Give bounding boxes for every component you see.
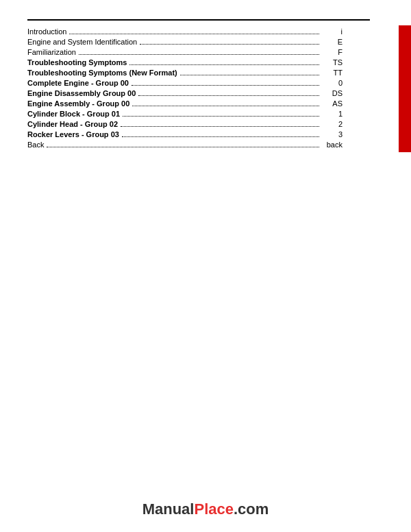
toc-section-number: back bbox=[322, 141, 342, 149]
toc-dots bbox=[121, 126, 319, 127]
toc-item: FamiliarizationF bbox=[27, 48, 411, 57]
toc-dots bbox=[180, 75, 319, 75]
page-container: IntroductioniEngine and System Identific… bbox=[0, 0, 411, 532]
red-tab bbox=[399, 138, 411, 152]
toc-section-number: i bbox=[322, 27, 342, 36]
toc-item-title: Back bbox=[27, 141, 44, 149]
toc-section-number: 1 bbox=[322, 110, 342, 118]
toc-item: Cylinder Head - Group 022 bbox=[27, 120, 411, 129]
toc-dots bbox=[122, 136, 319, 137]
toc-dots bbox=[129, 64, 319, 65]
toc-list: IntroductioniEngine and System Identific… bbox=[0, 25, 411, 149]
toc-item-title: Familiarization bbox=[27, 48, 76, 56]
toc-item: Troubleshooting Symptoms (New Format)TT bbox=[27, 69, 411, 77]
toc-item-title: Complete Engine - Group 00 bbox=[27, 79, 129, 87]
toc-section-number: 3 bbox=[322, 130, 342, 138]
toc-item-title: Engine Assembly - Group 00 bbox=[27, 99, 129, 108]
toc-section-number: DS bbox=[322, 89, 342, 97]
toc-item-title: Cylinder Block - Group 01 bbox=[27, 110, 120, 118]
toc-section-number: F bbox=[322, 48, 342, 56]
toc-item-title: Engine Disassembly Group 00 bbox=[27, 89, 136, 97]
toc-item: Rocker Levers - Group 033 bbox=[27, 130, 411, 139]
toc-item: Troubleshooting SymptomsTS bbox=[27, 58, 411, 67]
toc-item: Engine and System IdentificationE bbox=[27, 38, 411, 47]
toc-item-title: Troubleshooting Symptoms (New Format) bbox=[27, 69, 177, 77]
watermark-text: ManualPlace.com bbox=[142, 500, 269, 518]
toc-section-number: AS bbox=[322, 99, 342, 108]
toc-section-number: TT bbox=[322, 69, 342, 77]
toc-section-number: E bbox=[322, 38, 342, 46]
toc-dots bbox=[132, 85, 319, 86]
toc-section-number: TS bbox=[322, 58, 342, 66]
toc-item-title: Cylinder Head - Group 02 bbox=[27, 120, 118, 128]
toc-dots bbox=[123, 116, 319, 117]
toc-item-title: Introduction bbox=[27, 27, 66, 36]
toc-dots bbox=[140, 44, 319, 45]
toc-dots bbox=[132, 106, 319, 106]
toc-item: Complete Engine - Group 000 bbox=[27, 79, 411, 88]
toc-item: Engine Assembly - Group 00AS bbox=[27, 99, 411, 108]
toc-item-title: Troubleshooting Symptoms bbox=[27, 58, 127, 66]
toc-item-title: Rocker Levers - Group 03 bbox=[27, 130, 119, 138]
toc-dots bbox=[69, 34, 319, 34]
watermark: ManualPlace.com bbox=[142, 500, 269, 518]
toc-item: Backback bbox=[27, 141, 411, 149]
toc-dots bbox=[47, 147, 319, 147]
toc-dots bbox=[79, 54, 319, 55]
toc-item: Introductioni bbox=[27, 27, 411, 36]
toc-item: Engine Disassembly Group 00DS bbox=[27, 89, 411, 98]
watermark-manual: Manual bbox=[142, 500, 195, 518]
title-area bbox=[0, 0, 411, 19]
watermark-place: Place bbox=[194, 500, 234, 518]
toc-section-number: 2 bbox=[322, 120, 342, 128]
toc-section-number: 0 bbox=[322, 79, 342, 87]
toc-item: Cylinder Block - Group 011 bbox=[27, 110, 411, 119]
toc-dots bbox=[138, 95, 319, 96]
toc-item-title: Engine and System Identification bbox=[27, 38, 137, 46]
watermark-domain: .com bbox=[234, 500, 269, 518]
